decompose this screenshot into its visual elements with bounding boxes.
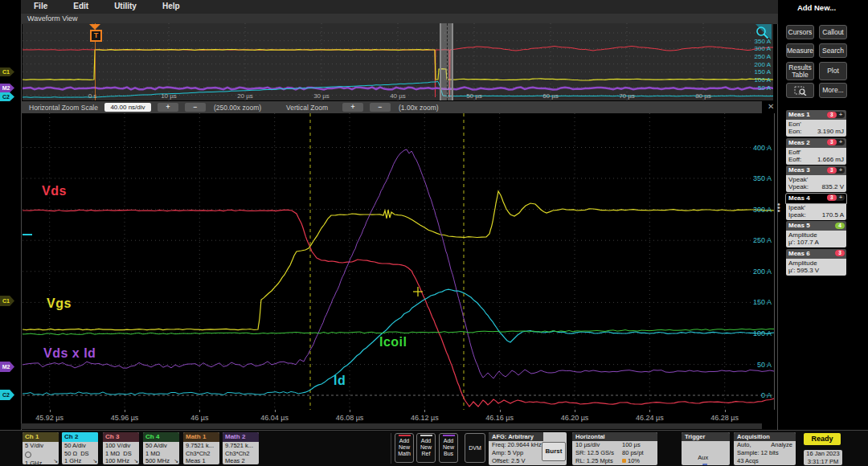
afg-panel[interactable]: AFG: Arbitrary Freq: 20.9644 kHzAmp: 5 V… — [489, 432, 567, 465]
h-zoom-plus-button[interactable]: + — [158, 103, 178, 112]
channel-badge-m2[interactable]: M2 — [0, 84, 14, 92]
channel-badge-header: Ch 1 — [23, 432, 59, 442]
meas-card-2[interactable]: Meas 23+Eoff'Eoff:1.666 mJ — [786, 138, 846, 165]
add-new-ref-button[interactable]: AddNewRef — [416, 433, 436, 463]
channel-badge-ch2[interactable]: Ch 250 A/div50 Ω DS1 GHz↘ — [62, 432, 98, 464]
menu-bar: FileEditUtilityHelp — [21, 0, 778, 14]
main-time-label: 45.96 µs — [111, 414, 139, 422]
channel-badge-ch4[interactable]: Ch 450 A/div1 MΩ500 MHz↘ — [143, 432, 179, 464]
main-waveform-plot[interactable]: 400 A350 A300 A250 A200 A150 A100 A50 A0… — [23, 113, 775, 410]
h-zoom-scale-input[interactable]: 40.00 ns/div — [104, 103, 151, 112]
channel-badge-c1[interactable]: C1 — [0, 296, 14, 306]
channel-badge-math1[interactable]: Math 19.7521 k...Ch3*Ch2Meas 1 — [183, 432, 219, 464]
callout-button[interactable]: Callout — [819, 25, 847, 39]
overview-amp-label: 50 A — [758, 84, 771, 91]
menu-item-utility[interactable]: Utility — [101, 0, 149, 10]
meas-label: µ': 107.7 A — [788, 239, 819, 246]
meas-source-badge: 3 — [827, 112, 837, 118]
zoom-area-button[interactable] — [786, 83, 814, 98]
zoom-window-handle[interactable] — [440, 23, 453, 100]
plot-button[interactable]: Plot — [819, 62, 847, 80]
meas-source-pill: 3 — [835, 250, 845, 256]
results-table-button[interactable]: Results Table — [786, 62, 814, 80]
meas-line1: Vpeak' — [788, 176, 844, 183]
m2-main — [304, 149, 774, 378]
trigger-panel[interactable]: Trigger Aux 200 mV — [682, 432, 730, 465]
afg-header: AFG: Arbitrary — [489, 432, 543, 441]
meas-card-3[interactable]: Meas 33+Vpeak'Vpeak:835.2 V — [786, 166, 846, 192]
close-icon[interactable]: ✕ — [768, 102, 774, 111]
meas-card-5[interactable]: Meas 54Amplitudeµ': 107.7 A — [786, 221, 846, 247]
meas-header: Meas 54 — [786, 221, 846, 231]
meas-line1: Eoff' — [788, 149, 844, 156]
panel-divider-handle[interactable]: ••• — [774, 202, 784, 212]
channel-badge-header: Ch 2 — [62, 432, 98, 442]
horiz-col1: 10 µs/div — [575, 441, 600, 448]
time-label: 3:31:17 PM — [804, 458, 842, 466]
channel-badge-m2[interactable]: M2 — [0, 362, 14, 372]
dvm-button[interactable]: DVM — [465, 433, 485, 463]
menu-item-edit[interactable]: Edit — [60, 0, 101, 10]
v-zoom-plus-button[interactable]: + — [342, 103, 363, 112]
add-new-math-button[interactable]: AddNewMath — [395, 433, 414, 463]
meas-header: Meas 13+ — [786, 110, 846, 120]
meas-line2: µ': 107.7 A — [788, 239, 844, 246]
menu-item-help[interactable]: Help — [149, 0, 193, 10]
meas-card-1[interactable]: Meas 13+Eon'Eon:3.190 mJ — [786, 110, 846, 137]
channel-badge-c2[interactable]: C2 — [0, 390, 14, 400]
meas-value: 1.666 mJ — [817, 156, 844, 163]
menu-item-file[interactable]: File — [21, 0, 60, 10]
channel-badge-c1[interactable]: C1 — [0, 67, 14, 76]
waveform-view-title: Waveform View — [27, 14, 78, 22]
id-main — [302, 289, 774, 393]
overview-time-label: 80 µs — [695, 92, 711, 100]
acquisition-panel[interactable]: Acquisition Auto,Analyze Sample: 12 bits… — [734, 432, 796, 465]
add-new-bus-button[interactable]: AddNewBus — [439, 433, 458, 463]
probe-icon — [25, 452, 31, 458]
axis-tick — [725, 410, 726, 412]
main-time-label: 46.08 µs — [336, 414, 364, 422]
vgs-main — [23, 191, 774, 330]
cursors-button[interactable]: Cursors — [786, 25, 814, 39]
corner-arrow-icon: ↘ — [92, 458, 97, 464]
add-new-title: Add New... — [784, 3, 850, 12]
axis-tick — [350, 410, 350, 412]
meas-line2: Ipeak:170.5 A — [788, 211, 844, 219]
corner-arrow-icon: ↘ — [174, 458, 178, 464]
h-zoom-scale-label: Horizontal Zoom Scale — [29, 104, 98, 112]
channel-badge-math2[interactable]: Math 29.7521 k...Ch3*Ch2Meas 2 — [223, 432, 259, 464]
meas-line1: Amplitude — [788, 260, 844, 267]
channel-badge-ch3[interactable]: Ch 3100 V/div1 MΩ DS100 MHz↘ — [103, 432, 139, 464]
h-zoom-minus-button[interactable]: − — [185, 103, 206, 112]
meas-source-pill: 3+ — [827, 112, 845, 118]
channel-badge-ch1[interactable]: Ch 15 V/div1 GHz↘ — [23, 432, 59, 464]
meas-card-4[interactable]: Meas 43+Ipeak'Ipeak:170.5 A — [786, 194, 846, 220]
meas-line1: Eon' — [788, 121, 844, 128]
meas-source-badge: 3 — [827, 139, 837, 145]
meas-line2: Vpeak:835.2 V — [788, 183, 844, 190]
measure-button[interactable]: Measure — [786, 43, 814, 58]
channel-setting: 50 A/div — [62, 442, 98, 450]
search-button[interactable]: Search — [819, 43, 847, 58]
axis-tick — [125, 410, 125, 412]
channel-setting: 50 Ω DS — [62, 450, 98, 458]
more-button[interactable]: More... — [819, 83, 847, 98]
trigger-flag[interactable]: T — [90, 30, 102, 42]
plot-scroll-strip[interactable] — [21, 423, 762, 429]
axis-tick — [275, 410, 276, 412]
axis-tick — [500, 410, 501, 412]
trace-label-icoil: Icoil — [379, 335, 407, 350]
main-amp-label: 400 A — [753, 144, 772, 152]
v-zoom-minus-button[interactable]: − — [370, 103, 391, 112]
overview-time-label: 50 µs — [466, 92, 482, 100]
overview-waveforms — [23, 23, 773, 100]
burst-button[interactable]: Burst — [542, 442, 566, 461]
ref-color-line — [420, 435, 432, 436]
meas-label: Vpeak: — [788, 183, 809, 190]
overview-amp-label: 350 A — [755, 37, 771, 44]
channel-setting: Meas 2 — [223, 457, 259, 464]
meas-card-6[interactable]: Meas 63Amplitudeµ': 595.3 V — [786, 249, 846, 276]
channel-badge-c2[interactable]: C2 — [0, 92, 14, 101]
horizontal-panel[interactable]: Horizontal 10 µs/div100 µsSR: 12.5 GS/s8… — [572, 432, 657, 465]
overview-plot[interactable]: 0 s10 µs20 µs30 µs40 µs50 µs60 µs70 µs80… — [23, 23, 773, 100]
